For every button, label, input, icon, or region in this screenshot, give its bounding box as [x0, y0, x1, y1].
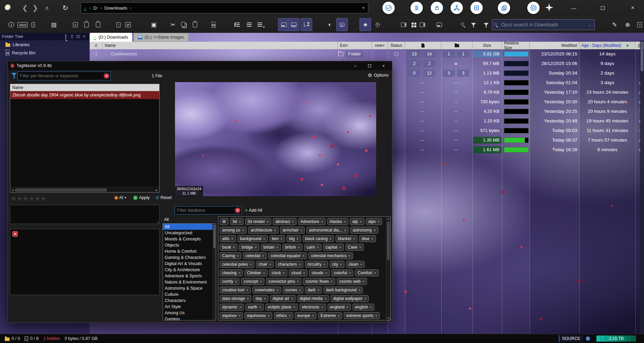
- file-list-hscrollbar[interactable]: ◂ ▸: [10, 187, 159, 192]
- tag-chip[interactable]: ecliptic plane×: [265, 304, 298, 311]
- tag-chip[interactable]: armchair×: [280, 227, 305, 234]
- category-item-uncategorized[interactable]: Uncategorized: [163, 230, 216, 236]
- tag-remove-icon[interactable]: ×: [353, 237, 355, 241]
- scrollbar-thumb[interactable]: [387, 222, 390, 260]
- tag-remove-icon[interactable]: ×: [283, 271, 285, 275]
- add-all-button[interactable]: + Add All: [245, 207, 262, 213]
- view-sort-button[interactable]: [254, 18, 266, 31]
- tag-chip[interactable]: cosmic web×: [337, 278, 367, 285]
- column-header-name[interactable]: Name: [103, 42, 338, 49]
- tagmaster-titlebar[interactable]: TagMaster v0.9.4b – ×: [8, 61, 392, 70]
- filter-select-button[interactable]: [468, 18, 479, 31]
- column-header-size[interactable]: Size: [472, 42, 502, 49]
- tag-remove-icon[interactable]: ×: [299, 288, 301, 292]
- window-minimize-button[interactable]: —: [567, 3, 581, 12]
- tags-scrollbar[interactable]: ▴▾: [386, 217, 390, 320]
- category-item-culture[interactable]: Culture: [163, 291, 216, 298]
- tag-chip[interactable]: alps×: [366, 218, 382, 225]
- tag-remove-icon[interactable]: ×: [374, 228, 376, 232]
- tag-chip[interactable]: ethics×: [274, 312, 293, 319]
- category-item-art-style[interactable]: Art Style: [163, 304, 216, 310]
- column-header-age-days-modified-[interactable]: Age - Days (Modified)▼: [579, 42, 635, 49]
- tag-chip[interactable]: celestial×: [243, 252, 267, 259]
- category-item-moods-concepts[interactable]: Moods & Concepts: [163, 236, 216, 242]
- tag-chip[interactable]: capital×: [323, 244, 344, 251]
- tag-chip[interactable]: book×: [220, 244, 237, 251]
- tag-remove-icon[interactable]: ×: [363, 279, 365, 283]
- column-header-status[interactable]: Status: [388, 42, 405, 49]
- tag-remove-icon[interactable]: ×: [264, 296, 266, 301]
- table-row[interactable]: 1›ConferencesFolder1314115.81 GB23/12/20…: [90, 49, 644, 59]
- tag-remove-icon[interactable]: ×: [296, 237, 298, 241]
- tag-remove-icon[interactable]: ×: [237, 254, 239, 258]
- tag-remove-icon[interactable]: ×: [364, 296, 366, 301]
- scrollbar-thumb[interactable]: [15, 188, 107, 192]
- up-button[interactable]: ∧: [42, 3, 52, 13]
- tag-remove-icon[interactable]: ×: [246, 288, 248, 292]
- tag-settings-chip[interactable]: ⚙: [220, 218, 228, 225]
- tag-remove-icon[interactable]: ×: [349, 271, 351, 275]
- window-maximize-button[interactable]: [596, 3, 609, 12]
- tag-chip[interactable]: connector pins×: [266, 278, 301, 285]
- tag-remove-icon[interactable]: ×: [323, 262, 325, 266]
- duplicate-button[interactable]: 2: [498, 2, 510, 14]
- tag-remove-icon[interactable]: ×: [329, 237, 331, 241]
- tree-pin-icon[interactable]: ↥: [69, 34, 75, 39]
- tag-remove-icon[interactable]: ×: [339, 245, 341, 249]
- filename-filter-input[interactable]: [17, 71, 111, 80]
- tag-chip[interactable]: circuitry×: [305, 261, 328, 268]
- back-button[interactable]: ❮: [20, 3, 30, 13]
- selected-file-row[interactable]: Zbrush doodle day 2904 organic blue by u…: [10, 91, 159, 99]
- tag-chip[interactable]: celestial poles×: [220, 261, 254, 268]
- address-dropdown-icon[interactable]: ▼: [362, 6, 365, 10]
- tag-remove-icon[interactable]: ×: [239, 220, 241, 224]
- tag-chip[interactable]: architecture×: [248, 227, 278, 234]
- tag-remove-icon[interactable]: ×: [302, 254, 304, 258]
- tag-remove-icon[interactable]: ×: [280, 237, 282, 241]
- tag-remove-icon[interactable]: ×: [289, 314, 291, 318]
- tag-chip[interactable]: cosmic flows×: [303, 278, 335, 285]
- tag-chip[interactable]: Caving×: [220, 252, 241, 259]
- breadcrumb-folder[interactable]: Downloads: [104, 5, 127, 11]
- column-header-files[interactable]: [405, 42, 441, 49]
- dialog-minimize-button[interactable]: –: [350, 62, 361, 69]
- tag-chip[interactable]: clouds×: [309, 269, 330, 276]
- font-rename-button[interactable]: A: [70, 18, 81, 31]
- apply-button[interactable]: ✓ Apply: [133, 195, 150, 200]
- tag-remove-icon[interactable]: ×: [330, 279, 332, 283]
- tag-chip[interactable]: english×: [353, 304, 374, 311]
- select-all-button[interactable]: ▣: [148, 18, 160, 31]
- search-dropdown-icon[interactable]: ⌄: [589, 23, 592, 27]
- tag-remove-icon[interactable]: ×: [247, 296, 249, 301]
- layout-columns-button[interactable]: ▤: [48, 18, 60, 31]
- tab-some-images[interactable]: (D:) ++Some Images: [134, 33, 189, 42]
- tag-remove-icon[interactable]: ×: [358, 288, 361, 292]
- lock-button[interactable]: [431, 2, 443, 14]
- bookmark-star-button[interactable]: ★: [359, 18, 371, 31]
- dialog-maximize-button[interactable]: [364, 62, 375, 69]
- file-info-button[interactable]: ⓘ: [5, 18, 17, 31]
- tree-close-icon[interactable]: ×: [81, 34, 87, 39]
- tag-remove-icon[interactable]: ×: [371, 237, 373, 241]
- tag-chip[interactable]: creative tool×: [220, 287, 251, 293]
- paste-button[interactable]: [189, 18, 201, 31]
- tag-remove-icon[interactable]: ×: [269, 262, 271, 266]
- tag-remove-icon[interactable]: ×: [321, 305, 323, 309]
- tag-chip[interactable]: clean×: [346, 261, 365, 268]
- tag-chip[interactable]: electronic×: [300, 304, 326, 311]
- category-item-gaming[interactable]: Gaming: [163, 316, 216, 320]
- tag-remove-icon[interactable]: ×: [276, 288, 278, 292]
- tag-remove-icon[interactable]: ×: [259, 305, 261, 309]
- category-scrollbar[interactable]: [213, 224, 216, 320]
- tag-remove-icon[interactable]: ×: [338, 314, 340, 318]
- category-item-objects[interactable]: Objects: [163, 242, 216, 248]
- tag-chip[interactable]: england×: [328, 304, 351, 311]
- tag-chip[interactable]: crewmates×: [252, 287, 281, 293]
- tag-chip[interactable]: calm×: [304, 244, 321, 251]
- tag-chip[interactable]: among us×: [220, 227, 247, 234]
- tag-remove-icon[interactable]: ×: [250, 262, 252, 266]
- tag-remove-icon[interactable]: ×: [235, 279, 237, 283]
- category-item-adventure-sports[interactable]: Adventure & Sports: [163, 273, 216, 279]
- tag-chip[interactable]: earth×: [245, 304, 264, 311]
- tag-remove-icon[interactable]: ×: [298, 245, 300, 249]
